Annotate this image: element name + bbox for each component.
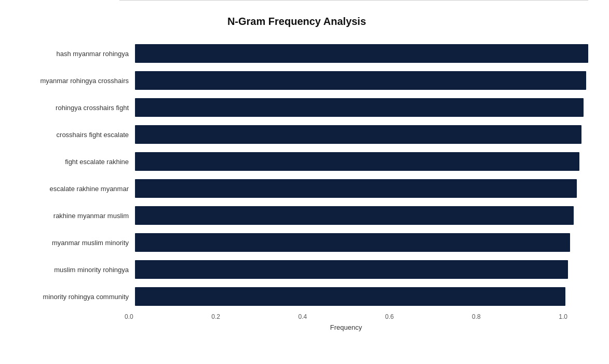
bar-row: myanmar muslim minority (16, 229, 588, 256)
bar-fill (135, 206, 574, 225)
bar-fill (135, 287, 565, 306)
x-tick: 0.8 (472, 313, 481, 320)
x-tick: 1.0 (559, 313, 567, 320)
bar-fill (135, 125, 581, 144)
chart-title: N-Gram Frequency Analysis (5, 10, 588, 28)
bar-row: rakhine myanmar muslim (16, 202, 588, 229)
bar-label: hash myanmar rohingya (16, 50, 135, 58)
x-tick: 0.4 (299, 313, 307, 320)
bar-row: crosshairs fight escalate (16, 121, 588, 148)
bar-row: rohingya crosshairs fight (16, 94, 588, 121)
bar-row: hash myanmar rohingya (16, 40, 588, 67)
bar-track (135, 71, 588, 90)
bar-fill (135, 233, 570, 252)
bar-row: fight escalate rakhine (16, 148, 588, 175)
bar-row: minority rohingya community (16, 283, 588, 310)
bar-label: fight escalate rakhine (16, 158, 135, 166)
bar-fill (135, 71, 586, 90)
bar-fill (135, 98, 584, 117)
bar-label: rohingya crosshairs fight (16, 104, 135, 112)
bar-fill (135, 179, 577, 198)
bar-row: myanmar rohingya crosshairs (16, 67, 588, 94)
bar-track (135, 206, 588, 225)
chart-container: N-Gram Frequency Analysis hash myanmar r… (0, 0, 609, 364)
bar-row: muslim minority rohingya (16, 256, 588, 283)
x-tick: 0.2 (211, 313, 220, 320)
bar-label: myanmar muslim minority (16, 239, 135, 247)
bar-track (135, 152, 588, 171)
bar-track (135, 125, 588, 144)
bar-track (135, 287, 588, 306)
bar-fill (135, 44, 588, 63)
bar-label: myanmar rohingya crosshairs (16, 77, 135, 85)
x-tick: 0.6 (385, 313, 394, 320)
x-axis-label: Frequency (125, 323, 588, 331)
x-ticks: 0.00.20.40.60.81.0 (125, 313, 588, 320)
bar-fill (135, 152, 579, 171)
bar-track (135, 44, 588, 63)
bar-track (135, 233, 588, 252)
bar-track (135, 260, 588, 279)
bar-fill (135, 260, 568, 279)
x-tick: 0.0 (125, 313, 133, 320)
bar-label: crosshairs fight escalate (16, 131, 135, 139)
chart-area: hash myanmar rohingyamyanmar rohingya cr… (16, 40, 588, 310)
bar-track (135, 98, 588, 117)
bar-row: escalate rakhine myanmar (16, 175, 588, 202)
bar-track (135, 179, 588, 198)
bar-label: rakhine myanmar muslim (16, 212, 135, 220)
bar-label: muslim minority rohingya (16, 266, 135, 274)
bar-label: escalate rakhine myanmar (16, 185, 135, 193)
x-axis-line (119, 0, 588, 1)
bar-label: minority rohingya community (16, 293, 135, 301)
